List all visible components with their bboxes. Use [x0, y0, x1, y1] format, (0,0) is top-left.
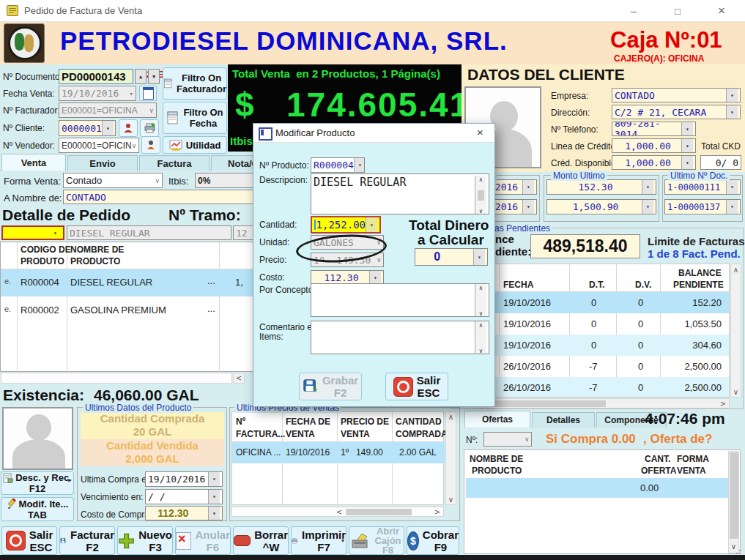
salir-button[interactable]: SalirESC: [1, 526, 57, 555]
facturador-field[interactable]: E000001=OFICINA∨: [59, 102, 157, 118]
costo-field[interactable]: 112.30▾: [311, 270, 384, 285]
pendientes-hscrollbar[interactable]: < >: [475, 398, 730, 408]
precios-hscrollbar[interactable]: < >: [231, 507, 444, 517]
modal-salir-button[interactable]: SalirESC: [385, 373, 448, 400]
resize-grip[interactable]: [735, 548, 742, 554]
total-dinero-label-1: Total Dinero: [409, 217, 489, 234]
telefono-field[interactable]: 809-281-3014▾: [612, 122, 696, 136]
table-row[interactable]: e. R000004 DIESEL REGULAR ... 1,: [1, 269, 253, 296]
vencimiento-field[interactable]: / /▾: [145, 489, 223, 504]
close-button[interactable]: ×: [705, 0, 738, 22]
doc-table-icon: [3, 473, 13, 483]
modal-close-button[interactable]: ×: [477, 126, 483, 138]
cash-drawer-icon: [351, 532, 370, 550]
tab-factura[interactable]: Factura: [139, 155, 210, 171]
printer-icon: [144, 123, 155, 133]
imprimir-button[interactable]: ImprimirF7: [291, 526, 346, 555]
comentario-scrollbar[interactable]: ∧∨: [475, 321, 486, 354]
minimize-button[interactable]: –: [617, 0, 651, 22]
total-amount: 174.605.41: [286, 85, 470, 124]
documento-field[interactable]: PD00000143: [59, 69, 133, 84]
descripcion-scrollbar[interactable]: ∧∨: [475, 176, 486, 214]
costo-compra-field[interactable]: 112.30▾: [145, 506, 223, 520]
fecha-venta-field[interactable]: 19/10/2016▾: [59, 86, 136, 101]
pendientes-vscrollbar[interactable]: ∧ ∨: [730, 264, 741, 397]
ultimo-doc-1[interactable]: 1-00000111▾: [664, 179, 741, 195]
tab-ofertas[interactable]: Ofertas: [464, 411, 530, 428]
total-ckd-field[interactable]: 0/ 0: [700, 155, 741, 170]
detalle-edit-name[interactable]: DIESEL REGULAR: [67, 225, 231, 240]
total-ckd-label: Total CKD: [701, 141, 741, 152]
client-panel: DATOS DEL CLIENTE Empresa: Dirección: Nº…: [462, 64, 745, 172]
grabar-button[interactable]: GrabarF2: [299, 373, 362, 400]
total-dinero-field[interactable]: 0▾: [415, 248, 488, 266]
table-row[interactable]: e. R000002 GASOLINA PREMIUM ...: [1, 297, 253, 324]
empresa-field[interactable]: CONTADO▾: [612, 88, 741, 102]
comentario-textarea[interactable]: ∧∨: [311, 321, 489, 354]
telefono-label: Nº Teléfono:: [551, 124, 598, 135]
por-concepto-scrollbar[interactable]: ∧∨: [475, 284, 486, 317]
anular-button[interactable]: × AnularF6: [175, 526, 231, 555]
maximize-button[interactable]: □: [661, 0, 694, 22]
descuento-recargo-button[interactable]: Desc. y Rec. F12: [1, 471, 74, 495]
modificar-item-button[interactable]: Modif. Ite... TAB: [1, 497, 74, 521]
abrir-cajon-button[interactable]: Abrir CajónF8: [349, 526, 404, 555]
detalle-table: CODIGO DE PRODUTO NOMBRE DE PRODUCTO e. …: [0, 242, 253, 372]
borrar-button[interactable]: Borrar^W: [233, 526, 289, 555]
cashier-label: CAJERO(A): OFICINA: [614, 53, 704, 64]
tab-envio[interactable]: Envio: [67, 155, 138, 171]
documento-spin-down[interactable]: ▼: [148, 69, 160, 84]
descuento-dropdown-arrow[interactable]: ▾: [67, 477, 70, 484]
nuevo-button[interactable]: NuevoF3: [117, 526, 173, 555]
filtro-fecha-button[interactable]: Filtro OnFecha: [163, 102, 227, 134]
utilidad-button[interactable]: Utilidad: [163, 136, 227, 154]
oferta-numero-field[interactable]: ∨: [483, 432, 532, 447]
existencia-value: 46,060.00 GAL: [94, 387, 199, 404]
company-name: PETRODIESEL DOMINICANA, SRL.: [60, 26, 508, 56]
facturar-button[interactable]: FacturarF2: [59, 526, 115, 555]
cliente-print-button[interactable]: [140, 119, 159, 137]
costo-compra-label: Costo de Compra:: [81, 509, 152, 520]
cliente-person-button[interactable]: [119, 119, 138, 137]
imprimir-dropdown-arrow[interactable]: ▾: [341, 537, 344, 544]
unidad-label: Unidad:: [259, 237, 289, 247]
monto-ultimo-2[interactable]: 1,500.90▾: [546, 199, 656, 214]
bottom-strip: [0, 555, 745, 560]
cantidad-vendida-box: Cantidad Vendida2,000 GAL: [81, 439, 224, 466]
ultima-compra-field[interactable]: 19/10/2016▾: [145, 471, 223, 487]
document-filter-icon: [166, 111, 179, 125]
cred-disponible-field[interactable]: 1,000.00▾: [612, 155, 696, 170]
cantidad-field[interactable]: 1,252.00▾: [311, 216, 381, 234]
calendar-button[interactable]: [139, 86, 157, 101]
documento-spin-up[interactable]: ▲: [135, 69, 147, 84]
tramo-label: Nº Tramo:: [168, 206, 241, 224]
vendedor-field[interactable]: E000001=OFICIN∨: [59, 138, 139, 153]
direccion-field[interactable]: C/2 # 21, CECARA▾: [612, 105, 741, 119]
modal-title-bar[interactable]: Modificar Producto ×: [253, 124, 494, 143]
detalle-edit-combo[interactable]: ▾: [1, 225, 64, 240]
producto-field[interactable]: R000004▾: [311, 157, 365, 173]
detalle-hscrollbar[interactable]: [1, 373, 232, 384]
tab-venta[interactable]: Venta: [1, 154, 66, 171]
ofertas-vscrollbar[interactable]: ∨: [728, 451, 739, 553]
por-concepto-textarea[interactable]: ∧∨: [311, 283, 489, 317]
descripcion-textarea[interactable]: DIESEL REGULAR ∧∨: [311, 173, 489, 214]
detalle-hscroll-left[interactable]: <: [233, 373, 245, 384]
precios-vscrollbar[interactable]: ∧ ∨: [445, 411, 456, 505]
table-row[interactable]: OFICINA ... 19/10/2016 1º 149.00 2.00 GA…: [232, 442, 445, 463]
monto-ultimo-1[interactable]: 152.30▾: [546, 179, 656, 195]
forma-venta-label: Forma Venta:: [4, 176, 61, 187]
tab-detalles[interactable]: Detalles: [532, 412, 595, 428]
vendedor-person-button[interactable]: [141, 136, 160, 154]
ultimo-doc-2[interactable]: 1-00000137▾: [664, 199, 741, 214]
cliente-field[interactable]: 0000001▾: [59, 120, 116, 136]
table-row[interactable]: 0.00: [466, 478, 728, 498]
precio-label: Precio:: [259, 255, 286, 265]
total-dinero-label-2: a Calcular: [418, 232, 484, 248]
ultima-compra-label: Ultima Compra en:: [81, 474, 154, 485]
linea-credito-field[interactable]: 1,000.00▾: [612, 138, 696, 153]
forma-venta-field[interactable]: Contado∨: [63, 173, 163, 188]
ultimo-doc-group-label: Ultimo Nº Doc.: [668, 171, 730, 181]
filtro-facturador-button[interactable]: Filtro OnFacturador: [163, 67, 227, 100]
cobrar-button[interactable]: $ CobrarF9: [407, 526, 459, 555]
